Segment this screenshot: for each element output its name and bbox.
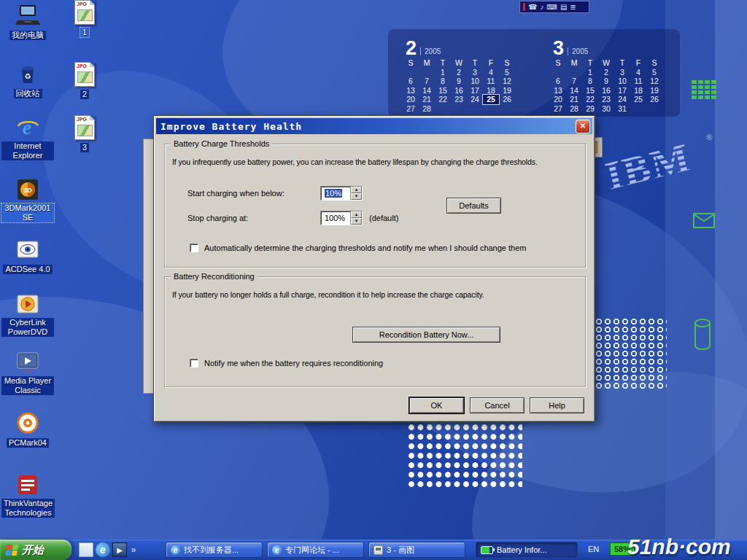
thumbnail-art xyxy=(77,125,93,136)
cancel-button[interactable]: Cancel xyxy=(470,397,525,413)
desktop-icon-3dmark2001[interactable]: 3D 3DMark2001 SE xyxy=(1,177,54,223)
calendar-day: 8 xyxy=(582,77,598,86)
desktop-icon-acdsee[interactable]: ACDSee 4.0 xyxy=(1,237,54,275)
desktop-icon-pcmark04[interactable]: PCMark04 xyxy=(1,411,54,448)
internet-explorer-icon: e xyxy=(15,115,40,140)
calendar-day xyxy=(483,104,499,114)
calendar-day: 14 xyxy=(566,86,582,96)
menu-icon[interactable]: ≣ xyxy=(570,1,576,12)
calendar-day xyxy=(467,104,483,114)
jpg-badge: JPG xyxy=(77,1,87,7)
help-button[interactable]: Help xyxy=(530,397,584,413)
month-year: 2005 xyxy=(568,47,588,55)
desktop-icon-my-computer[interactable]: 我的电脑 xyxy=(1,3,54,41)
notify-recondition-checkbox[interactable] xyxy=(190,359,198,368)
battery-charge-thresholds-group: Battery Charge Thresholds If you infrequ… xyxy=(164,144,586,268)
taskbar-task-battery-information[interactable]: Battery Infor... xyxy=(476,542,578,558)
calendar-day-header: W xyxy=(598,58,614,68)
spin-up-icon[interactable]: ▲ xyxy=(351,211,362,218)
start-charging-label: Start charging when below: xyxy=(187,189,285,198)
calendar-day: 28 xyxy=(419,104,435,114)
calendar-day: 28 xyxy=(566,104,582,114)
keyboard-icon[interactable]: ⌨ xyxy=(546,1,557,12)
wallpaper-band xyxy=(715,0,747,560)
desktop-icon-label: PCMark04 xyxy=(7,438,49,448)
notify-recondition-checkbox-label: Notify me when the battery requires reco… xyxy=(204,359,383,368)
cylinder-icon xyxy=(693,318,712,351)
auto-determine-checkbox[interactable] xyxy=(190,244,198,252)
desktop-icon-thinkvantage[interactable]: ThinkVantage Technologies xyxy=(1,472,54,518)
spinner-buttons: ▲ ▼ xyxy=(350,187,362,200)
desktop-icon-internet-explorer[interactable]: e Internet Explorer xyxy=(1,115,54,161)
dialog-title: Improve Battery Health xyxy=(158,121,302,132)
calendar-day: 29 xyxy=(582,104,598,114)
calendar-day: 24 xyxy=(467,95,483,104)
display-icon[interactable]: ▤ xyxy=(560,1,567,12)
paint-icon xyxy=(374,545,383,555)
desktop-icon-powerdvd[interactable]: CyberLink PowerDVD xyxy=(1,292,54,338)
language-indicator[interactable]: EN xyxy=(588,545,599,553)
task-label: 找不到服务器... xyxy=(184,545,239,556)
stop-charging-spinner[interactable]: 100% ▲ ▼ xyxy=(320,211,363,225)
powerdvd-icon xyxy=(15,292,40,316)
recondition-battery-button[interactable]: Recondition Battery Now... xyxy=(352,327,500,343)
stop-charging-value[interactable]: 100% xyxy=(321,211,350,225)
desktop-file-2[interactable]: JPG 2 xyxy=(67,62,102,100)
calendar-day-header: S xyxy=(499,58,515,68)
taskbar-task-forum[interactable]: e 专门网论坛 - ... xyxy=(267,542,364,558)
calendar-day: 3 xyxy=(614,68,630,77)
svg-text:3D: 3D xyxy=(23,187,32,194)
calendar-day: 1 xyxy=(582,68,598,77)
desktop-icon-label: 回收站 xyxy=(14,89,42,98)
dialog-titlebar[interactable]: Improve Battery Health ✕ xyxy=(156,118,592,134)
show-desktop-icon[interactable] xyxy=(79,542,93,557)
svg-text:®: ® xyxy=(705,132,713,142)
start-button[interactable]: 开始 xyxy=(0,540,71,560)
svg-text:♻: ♻ xyxy=(25,72,31,80)
desktop-icon-recycle-bin[interactable]: ♻ 回收站 xyxy=(1,61,54,99)
calendar-day: 8 xyxy=(435,77,451,86)
ok-button[interactable]: OK xyxy=(409,397,464,413)
media-player-quicklaunch-icon[interactable]: ▶ xyxy=(112,542,127,557)
calendar-day: 20 xyxy=(403,95,419,104)
calendar-day xyxy=(630,104,646,114)
calendar-day: 21 xyxy=(419,95,435,104)
spin-down-icon[interactable]: ▼ xyxy=(351,218,362,225)
close-button[interactable]: ✕ xyxy=(576,120,590,133)
start-label: 开始 xyxy=(22,543,44,557)
defaults-button[interactable]: Defaults xyxy=(446,198,501,214)
spin-up-icon[interactable]: ▲ xyxy=(351,187,362,193)
grid-icon xyxy=(692,80,718,101)
close-icon: ✕ xyxy=(580,122,586,130)
month-year: 2005 xyxy=(420,47,441,55)
desktop-icon-label: CyberLink PowerDVD xyxy=(1,318,54,337)
spin-down-icon[interactable]: ▼ xyxy=(351,193,362,200)
internet-explorer-icon: e xyxy=(272,545,282,555)
page-fold xyxy=(90,62,95,67)
desktop-file-3[interactable]: JPG 3 xyxy=(67,115,102,153)
start-charging-value[interactable]: 10% xyxy=(325,189,342,198)
quicklaunch-overflow-chevron[interactable]: » xyxy=(129,542,138,557)
calendar-day: 2 xyxy=(598,68,614,77)
music-icon[interactable]: ♪ xyxy=(540,1,543,12)
file-label: 2 xyxy=(80,90,89,99)
internet-explorer-quicklaunch-icon[interactable]: e xyxy=(96,542,110,557)
jpg-file-icon: JPG xyxy=(74,62,95,87)
desktop-file-1[interactable]: JPG 1 xyxy=(67,0,102,38)
jpg-badge: JPG xyxy=(77,117,87,122)
month-number: 3 xyxy=(553,39,564,57)
phone-icon[interactable]: ☎ xyxy=(528,1,537,12)
start-charging-spinner[interactable]: 10% ▲ ▼ xyxy=(320,186,363,201)
calendar-day: 17 xyxy=(614,86,630,96)
taskbar-task-paint[interactable]: 3 - 画图 xyxy=(368,542,465,558)
desktop-icon-media-player-classic[interactable]: Media Player Classic xyxy=(1,350,54,396)
calendar-header: 3 2005 xyxy=(550,39,668,57)
taskbar-task-server-not-found[interactable]: e 找不到服务器... xyxy=(166,542,263,558)
calendar-day-header: S xyxy=(403,58,419,68)
watermark: 51nb·com xyxy=(627,534,731,559)
reconditioning-description: If your battery no longer holds a full c… xyxy=(172,290,484,299)
calendar-day: 5 xyxy=(499,68,515,77)
calendar-day xyxy=(499,104,515,114)
calendar-day xyxy=(403,68,419,77)
calendar-day-header: T xyxy=(582,58,598,68)
